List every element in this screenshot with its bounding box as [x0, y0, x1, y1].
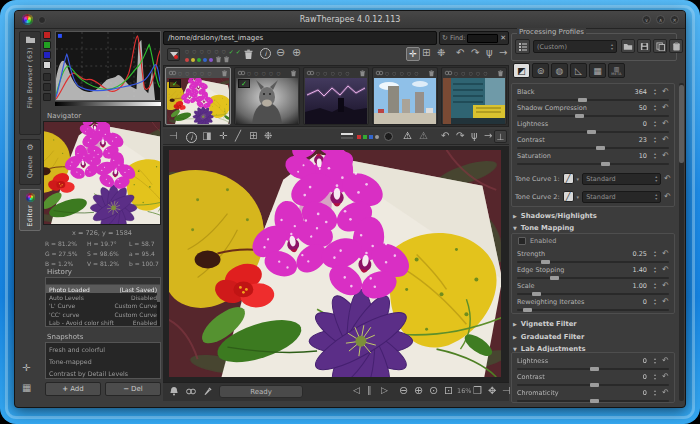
redo-icon[interactable]: ↷ [456, 131, 464, 141]
image-pair-icon[interactable]: ∥ [367, 386, 372, 395]
trash-icon[interactable] [359, 70, 366, 77]
before-after-icon[interactable]: ◨ [202, 131, 211, 141]
slider-track[interactable] [517, 131, 669, 133]
histogram-red-toggle[interactable] [43, 31, 51, 39]
histogram-green-toggle[interactable] [43, 41, 51, 49]
reset-icon[interactable]: ↶ [662, 249, 669, 258]
filmstrip-toggle-icon[interactable]: ▦ [22, 383, 31, 393]
curve-drop-icon[interactable]: ▾ [577, 176, 580, 182]
undo-icon[interactable]: ↶ [441, 131, 449, 141]
tab-file-browser[interactable]: File Browser (63) [19, 31, 41, 135]
histogram-raw-toggle[interactable] [43, 93, 51, 101]
spot-removal-icon[interactable]: ❉ [437, 48, 445, 58]
reset-icon[interactable]: ↶ [662, 297, 669, 306]
path-bar[interactable]: /home/drslony/test_images [163, 31, 437, 45]
shadow-clipping-icon[interactable]: ⚠ [403, 131, 412, 141]
spinner[interactable]: ▴▾ [654, 152, 656, 160]
zoom-in-button[interactable]: ⊕ [292, 47, 301, 58]
reset-icon[interactable]: ↶ [662, 356, 669, 365]
white-balance-picker-icon[interactable]: ψ [471, 131, 478, 141]
reset-icon[interactable]: ↶ [662, 372, 669, 381]
undo-icon[interactable]: ↶ [456, 48, 464, 58]
reset-icon[interactable]: ↶ [662, 151, 669, 160]
trash-icon[interactable] [428, 70, 435, 77]
snapshot-item[interactable]: Fresh and colorful [46, 343, 160, 355]
find-input[interactable] [467, 34, 498, 43]
dock-panel-icon[interactable]: ⊣ [502, 386, 511, 396]
image-canvas-area[interactable] [163, 146, 509, 382]
spinner[interactable]: ▴▾ [654, 282, 656, 290]
trash-icon[interactable] [290, 70, 297, 77]
copy-profile-button[interactable] [653, 39, 667, 53]
right-panel-toggle-button[interactable]: ⊥ [494, 130, 507, 143]
curve-mode-select[interactable]: Standard ▴▾ [582, 191, 661, 203]
tooltab-detail[interactable]: ⊚ [532, 63, 549, 78]
filmstrip-thumb-city[interactable]: ○ ○ ○ ○ ○ [372, 67, 438, 125]
histogram-value-toggle[interactable] [43, 73, 51, 81]
slider-track[interactable] [517, 293, 669, 295]
section-shadows-highlights[interactable]: ▶Shadows/Highlights [513, 210, 673, 221]
title-bar[interactable]: RawTherapee 4.0.12.113 ∨ ∧ ✕ [15, 11, 685, 29]
chain-icon[interactable] [237, 70, 246, 76]
section-graduated-filter[interactable]: ▶Graduated Filter [513, 331, 673, 342]
tab-queue[interactable]: ⚙ Queue [19, 139, 41, 185]
snapshot-add-button[interactable]: +Add [45, 382, 101, 396]
red-channel-button[interactable] [357, 135, 361, 139]
snapshot-del-button[interactable]: −Del [105, 382, 161, 396]
tab-editor[interactable]: Editor [19, 189, 41, 231]
close-button[interactable]: ✕ [670, 15, 679, 24]
spinner[interactable]: ▴▾ [654, 266, 656, 274]
history-row[interactable]: Lab - Avoid color shiftEnabled [46, 319, 160, 327]
load-profile-button[interactable] [621, 39, 635, 53]
save-profile-button[interactable] [637, 39, 651, 53]
background-color-toggle[interactable] [384, 132, 393, 141]
slider-track[interactable] [517, 261, 669, 263]
crop-tool-icon[interactable]: ⊞ [249, 131, 257, 141]
redo-icon[interactable]: ↷ [471, 48, 479, 58]
chain-icon[interactable] [306, 70, 315, 76]
spinner[interactable]: ▴▾ [654, 298, 656, 306]
spinner[interactable]: ▴▾ [654, 120, 656, 128]
slider-track[interactable] [517, 99, 669, 101]
find-close-icon[interactable]: ✕ [500, 34, 506, 42]
tooltab-metadata[interactable]: ▥META [608, 63, 625, 78]
tone-mapping-enabled-row[interactable]: Enabled [518, 237, 556, 245]
chain-icon[interactable] [185, 388, 197, 395]
tooltab-raw[interactable]: ▦ [589, 63, 606, 78]
section-tone-mapping[interactable]: ▼Tone Mapping [513, 222, 673, 233]
rating-filter-cluster[interactable]: ○ ○ ○ ○ ○ ○ ✓ ✓ [185, 48, 241, 63]
curve-type-button[interactable]: ╱ [563, 191, 574, 202]
profile-select[interactable]: (Custom) ▴▾ [533, 40, 617, 53]
next-image-icon[interactable]: ▷ [381, 386, 388, 395]
chain-icon[interactable] [375, 70, 384, 76]
slider-track[interactable] [517, 277, 669, 279]
straighten-arrow-icon[interactable]: → [499, 48, 507, 58]
fullscreen-icon[interactable]: ✥ [488, 386, 496, 396]
trash-button[interactable] [243, 49, 254, 60]
filmstrip-thumb-flowers[interactable]: ○ ○ ○ ○ ○ ✓ [165, 67, 231, 125]
spinner[interactable]: ▴▾ [654, 373, 656, 381]
reset-icon[interactable]: ↶ [662, 119, 669, 128]
filmstrip-thumb-donkey[interactable]: ○ ○ ○ ○ ○ ✓ [234, 67, 300, 125]
spinner[interactable]: ▴▾ [654, 250, 656, 258]
histogram-luma-toggle[interactable] [43, 61, 51, 69]
channel-preview-widget[interactable] [341, 133, 353, 139]
luma-channel-button[interactable] [375, 135, 379, 139]
history-scrollbar[interactable] [157, 286, 160, 326]
previous-image-icon[interactable]: ◁ [353, 386, 360, 395]
reset-icon[interactable]: ↶ [664, 192, 671, 201]
reset-icon[interactable]: ↶ [662, 265, 669, 274]
straighten-tool-icon[interactable]: ╱ [235, 131, 241, 141]
arrow-right-icon[interactable]: → [484, 131, 492, 141]
filter-funnel-button[interactable] [167, 48, 180, 61]
tools-scrollbar[interactable] [679, 83, 684, 401]
trash-icon[interactable] [497, 70, 504, 77]
refresh-icon[interactable]: ↻ [442, 34, 448, 42]
trash-icon[interactable] [221, 70, 228, 77]
pan-tool-button[interactable]: ✛ [406, 47, 420, 61]
zoom-in-icon[interactable]: ⊕ [414, 385, 423, 396]
history-row[interactable]: Photo Loaded(Last Saved) [46, 285, 160, 293]
highlight-clipping-icon[interactable]: ⚠ [419, 131, 428, 141]
zoom-100-icon[interactable]: ⊙ [429, 385, 438, 396]
curve-mode-select[interactable]: Standard ▴▾ [582, 173, 661, 185]
